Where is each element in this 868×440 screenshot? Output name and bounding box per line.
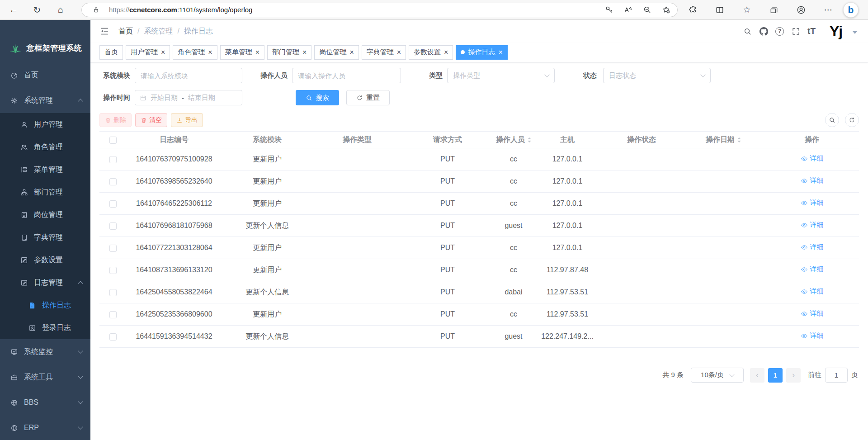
password-key-icon[interactable]: [601, 4, 617, 16]
close-icon[interactable]: ×: [349, 49, 354, 56]
tag-oper-log[interactable]: 操作日志×: [456, 45, 507, 60]
user-logo-avatar[interactable]: Yj: [826, 22, 845, 41]
favorites-icon[interactable]: ☆: [739, 2, 755, 18]
detail-link[interactable]: 详细: [801, 265, 824, 274]
browser-home-icon[interactable]: ⌂: [52, 2, 69, 18]
font-size-icon[interactable]: tT: [807, 26, 816, 36]
module-input[interactable]: [135, 68, 242, 83]
read-aloud-icon[interactable]: [620, 4, 636, 16]
toggle-search-button[interactable]: [825, 113, 839, 127]
clear-button[interactable]: 清空: [135, 113, 167, 127]
close-icon[interactable]: ×: [498, 49, 502, 56]
sidebar-item-oper-log[interactable]: 操作日志: [0, 294, 90, 317]
close-icon[interactable]: ×: [302, 49, 307, 56]
sidebar-item-erp[interactable]: ERP: [0, 415, 90, 440]
url-text[interactable]: https://ccnetcore.com:1101/system/log/op…: [109, 6, 598, 14]
sidebar-item-param-settings[interactable]: 参数设置: [0, 249, 90, 271]
status-select[interactable]: 日志状态: [603, 68, 711, 83]
lock-icon[interactable]: [88, 4, 104, 16]
close-icon[interactable]: ×: [208, 49, 212, 56]
tag-param-settings[interactable]: 参数设置×: [409, 45, 453, 60]
profile-avatar-icon[interactable]: [793, 2, 809, 18]
tag-role-mgmt[interactable]: 角色管理×: [173, 45, 217, 60]
browser-back-icon[interactable]: ←: [5, 2, 22, 18]
add-favorite-icon[interactable]: [658, 4, 674, 16]
tag-post-mgmt[interactable]: 岗位管理×: [314, 45, 359, 60]
row-checkbox[interactable]: [109, 289, 117, 296]
sidebar-item-log-mgmt[interactable]: 日志管理: [0, 271, 90, 294]
extensions-icon[interactable]: [685, 2, 700, 18]
sidebar-item-post-mgmt[interactable]: 岗位管理: [0, 203, 90, 226]
tag-dept-mgmt[interactable]: 部门管理×: [267, 45, 311, 60]
sidebar-item-menu-mgmt[interactable]: 菜单管理: [0, 158, 90, 181]
address-bar[interactable]: https://ccnetcore.com:1101/system/log/op…: [81, 3, 678, 17]
app-logo[interactable]: 意框架管理系统: [0, 20, 90, 62]
current-page-button[interactable]: 1: [768, 368, 783, 383]
delete-button[interactable]: 删除: [99, 113, 132, 127]
sidebar-item-system-mgmt[interactable]: 系统管理: [0, 88, 90, 113]
prev-page-button[interactable]: ‹: [750, 368, 764, 383]
row-checkbox[interactable]: [109, 333, 117, 341]
search-button[interactable]: 搜索: [296, 90, 339, 105]
collections-icon[interactable]: [766, 2, 782, 18]
help-icon[interactable]: ?: [775, 27, 784, 36]
fullscreen-icon[interactable]: [791, 27, 800, 36]
split-screen-icon[interactable]: [712, 2, 727, 18]
reset-button[interactable]: 重置: [346, 90, 390, 105]
next-page-button[interactable]: ›: [786, 368, 801, 383]
close-icon[interactable]: ×: [444, 49, 448, 56]
zoom-out-icon[interactable]: [639, 4, 655, 16]
detail-link[interactable]: 详细: [801, 331, 824, 340]
caret-down-icon[interactable]: [853, 31, 857, 34]
sidebar-item-role-mgmt[interactable]: 角色管理: [0, 136, 90, 158]
sidebar-item-dict-mgmt[interactable]: 字典管理: [0, 226, 90, 249]
detail-link[interactable]: 详细: [801, 287, 824, 296]
sidebar-item-system-tools[interactable]: 系统工具: [0, 364, 90, 390]
date-range-picker[interactable]: 开始日期 - 结束日期: [135, 90, 242, 105]
goto-page-input[interactable]: [825, 368, 848, 383]
tag-menu-mgmt[interactable]: 菜单管理×: [220, 45, 264, 60]
search-icon[interactable]: [743, 27, 752, 36]
detail-link[interactable]: 详细: [801, 221, 824, 229]
refresh-table-button[interactable]: [845, 113, 859, 127]
close-icon[interactable]: ×: [161, 49, 165, 56]
date-start-placeholder[interactable]: 开始日期: [151, 94, 178, 102]
row-checkbox[interactable]: [109, 267, 117, 274]
breadcrumb-home[interactable]: 首页: [118, 27, 133, 36]
sidebar-item-login-log[interactable]: 登录日志: [0, 317, 90, 339]
sidebar-item-dept-mgmt[interactable]: 部门管理: [0, 181, 90, 203]
bing-sidebar-icon[interactable]: b: [843, 2, 859, 18]
sidebar-toggle-icon[interactable]: [99, 26, 109, 36]
operator-input[interactable]: [292, 68, 401, 83]
select-all-checkbox[interactable]: [109, 137, 117, 144]
sort-icons[interactable]: [528, 137, 531, 142]
detail-link[interactable]: 详细: [801, 243, 824, 251]
sidebar-item-user-mgmt[interactable]: 用户管理: [0, 113, 90, 136]
export-button[interactable]: 导出: [171, 113, 203, 127]
detail-link[interactable]: 详细: [801, 199, 824, 207]
sidebar-item-system-monitor[interactable]: 系统监控: [0, 339, 90, 364]
sort-icons[interactable]: [737, 137, 741, 142]
sidebar-item-home[interactable]: 首页: [0, 62, 90, 88]
close-icon[interactable]: ×: [255, 49, 259, 56]
row-checkbox[interactable]: [109, 156, 117, 163]
detail-link[interactable]: 详细: [801, 154, 824, 163]
type-select[interactable]: 操作类型: [447, 68, 555, 83]
sidebar-item-bbs[interactable]: BBS: [0, 390, 90, 415]
tag-home[interactable]: 首页: [99, 45, 123, 60]
page-size-select[interactable]: 10条/页: [691, 368, 744, 383]
detail-link[interactable]: 详细: [801, 309, 824, 318]
browser-refresh-icon[interactable]: ↻: [29, 2, 45, 18]
row-checkbox[interactable]: [109, 200, 117, 208]
row-checkbox[interactable]: [109, 245, 117, 252]
row-checkbox[interactable]: [109, 178, 117, 185]
github-icon[interactable]: [759, 27, 768, 36]
browser-menu-icon[interactable]: ⋯: [821, 2, 836, 18]
row-checkbox[interactable]: [109, 311, 117, 318]
tag-dict-mgmt[interactable]: 字典管理×: [362, 45, 406, 60]
close-icon[interactable]: ×: [397, 49, 401, 56]
tag-user-mgmt[interactable]: 用户管理×: [126, 45, 170, 60]
date-end-placeholder[interactable]: 结束日期: [188, 94, 215, 102]
detail-link[interactable]: 详细: [801, 176, 824, 185]
row-checkbox[interactable]: [109, 222, 117, 230]
